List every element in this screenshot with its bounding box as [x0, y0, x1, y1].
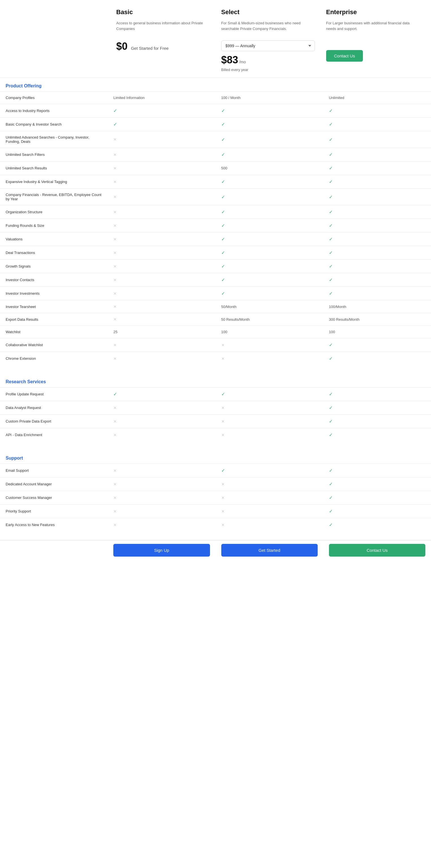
- feature-name: Unlimited Search Filters: [0, 148, 108, 161]
- cross-icon: ✕: [113, 137, 117, 142]
- basic-value: ✕: [108, 401, 216, 414]
- enterprise-value: ✓: [323, 428, 431, 441]
- feature-name: Early Access to New Features: [0, 518, 108, 531]
- select-value: 500: [216, 161, 323, 175]
- check-icon: ✓: [329, 405, 333, 410]
- feature-row-0-10: Valuations ✕ ✓ ✓: [0, 232, 431, 246]
- check-icon: ✓: [113, 108, 117, 114]
- feature-row-0-4: Unlimited Search Filters ✕ ✓ ✓: [0, 148, 431, 161]
- select-value: ✓: [216, 388, 323, 401]
- select-billing-note: Billed every year: [221, 68, 315, 72]
- select-plan-price: $83: [221, 54, 238, 66]
- feature-row-2-3: Priority Support ✕ ✕ ✓: [0, 504, 431, 518]
- cross-icon: ✕: [221, 406, 225, 410]
- feature-name: Access to Industry Reports: [0, 104, 108, 117]
- value-text: 300 Results/Month: [329, 317, 360, 321]
- enterprise-value: ✓: [323, 175, 431, 188]
- feature-row-1-2: Custom Private Data Export ✕ ✕ ✓: [0, 414, 431, 428]
- section-spacer-1: [0, 441, 431, 450]
- feature-name: Customer Success Manager: [0, 491, 108, 504]
- feature-name: Custom Private Data Export: [0, 415, 108, 428]
- cross-icon: ✕: [221, 419, 225, 424]
- enterprise-contact-button[interactable]: Contact Us: [326, 50, 363, 62]
- check-icon: ✓: [221, 194, 225, 200]
- enterprise-value: ✓: [323, 518, 431, 531]
- enterprise-value: ✓: [323, 504, 431, 518]
- cross-icon: ✕: [221, 496, 225, 500]
- value-text: 100: [329, 330, 335, 334]
- value-text: 100/Month: [329, 305, 346, 309]
- check-icon: ✓: [329, 277, 333, 283]
- basic-plan-price: $0: [116, 40, 128, 52]
- feature-name: Investor Investments: [0, 287, 108, 300]
- enterprise-value: 100/Month: [323, 300, 431, 313]
- check-icon: ✓: [221, 468, 225, 473]
- cross-icon: ✕: [221, 482, 225, 487]
- cross-icon: ✕: [113, 356, 117, 361]
- check-icon: ✓: [329, 418, 333, 424]
- enterprise-footer-contact-button[interactable]: Contact Us: [329, 544, 425, 557]
- enterprise-value: ✓: [323, 205, 431, 219]
- select-value: 100 / Month: [216, 92, 323, 104]
- select-value: ✓: [216, 273, 323, 286]
- enterprise-plan-header: Enterprise For Larger businesses with ad…: [321, 8, 425, 72]
- check-icon: ✓: [221, 179, 225, 184]
- basic-signup-button[interactable]: Sign Up: [113, 544, 210, 557]
- select-value: ✕: [216, 428, 323, 441]
- check-icon: ✓: [329, 342, 333, 348]
- check-icon: ✓: [221, 137, 225, 142]
- feature-row-0-13: Investor Contacts ✕ ✓ ✓: [0, 273, 431, 286]
- select-value: ✓: [216, 118, 323, 131]
- select-value: ✕: [216, 338, 323, 351]
- footer-enterprise-cell: Contact Us: [323, 540, 431, 560]
- feature-row-0-6: Expansive Industry & Vertical Tagging ✕ …: [0, 175, 431, 188]
- basic-value: ✕: [108, 313, 216, 326]
- basic-value: ✓: [108, 388, 216, 401]
- enterprise-value: ✓: [323, 477, 431, 491]
- enterprise-value: ✓: [323, 131, 431, 148]
- cross-icon: ✕: [113, 237, 117, 242]
- section-header-2: Support: [0, 450, 431, 464]
- cross-icon: ✕: [113, 210, 117, 214]
- enterprise-value: ✓: [323, 401, 431, 414]
- check-icon: ✓: [329, 194, 333, 200]
- basic-value: ✕: [108, 148, 216, 161]
- cross-icon: ✕: [113, 509, 117, 514]
- select-get-started-button[interactable]: Get Started: [221, 544, 318, 557]
- select-value: ✓: [216, 246, 323, 259]
- cross-icon: ✕: [113, 251, 117, 255]
- feature-name: Deal Transactions: [0, 246, 108, 259]
- cross-icon: ✕: [221, 343, 225, 347]
- section-spacer-2: [0, 531, 431, 540]
- basic-value: ✕: [108, 273, 216, 286]
- cross-icon: ✕: [221, 433, 225, 437]
- cross-icon: ✕: [113, 468, 117, 473]
- feature-name: Valuations: [0, 232, 108, 246]
- check-icon: ✓: [329, 179, 333, 184]
- feature-name: Priority Support: [0, 504, 108, 518]
- check-icon: ✓: [113, 392, 117, 397]
- feature-name: API - Data Enrichment: [0, 428, 108, 441]
- feature-name: Unlimited Search Results: [0, 161, 108, 175]
- footer-select-cell: Get Started: [216, 540, 323, 560]
- billing-period-select[interactable]: $999 — Annually $1,188 — Monthly: [221, 40, 315, 51]
- cross-icon: ✕: [113, 278, 117, 282]
- basic-value: ✕: [108, 246, 216, 259]
- feature-row-0-18: Collaborative Watchlist ✕ ✕ ✓: [0, 338, 431, 351]
- basic-plan-price-label: Get Started for Free: [131, 46, 168, 51]
- feature-name: Expansive Industry & Vertical Tagging: [0, 175, 108, 188]
- basic-value: ✓: [108, 118, 216, 131]
- select-value: ✕: [216, 518, 323, 531]
- feature-row-2-0: Email Support ✕ ✓ ✓: [0, 464, 431, 477]
- select-value: 50 Results/Month: [216, 313, 323, 326]
- basic-value: ✕: [108, 415, 216, 428]
- enterprise-value: ✓: [323, 338, 431, 351]
- cross-icon: ✕: [113, 433, 117, 437]
- value-text: Unlimited: [329, 96, 344, 100]
- check-icon: ✓: [329, 237, 333, 242]
- basic-value: ✕: [108, 161, 216, 175]
- feature-name: Profile Update Request: [0, 388, 108, 401]
- value-text: 100: [221, 330, 228, 334]
- feature-row-0-7: Company Financials - Revenue, EBITDA, Em…: [0, 188, 431, 205]
- select-value: ✓: [216, 189, 323, 205]
